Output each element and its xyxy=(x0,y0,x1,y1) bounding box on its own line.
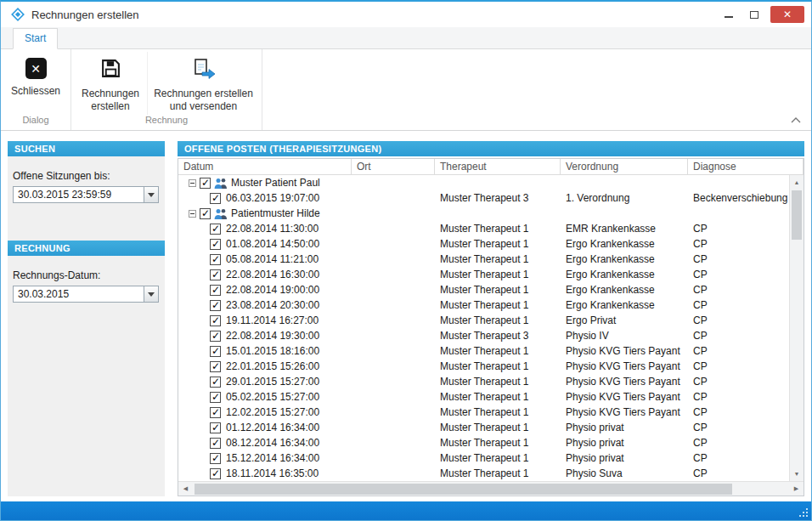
rechnungs-datum-datepicker[interactable]: 30.03.2015 xyxy=(13,286,159,303)
session-datum: 19.11.2014 16:27:00 xyxy=(226,314,319,326)
save-icon xyxy=(100,58,121,82)
ribbon: ✕ Schliessen Dialog Rechnungen erstell xyxy=(1,49,811,131)
patient-group-row[interactable]: Patientmuster Hilde xyxy=(178,206,789,221)
rechnungs-datum-value[interactable]: 30.03.2015 xyxy=(14,286,144,302)
session-diagnose: CP xyxy=(688,236,789,252)
therapy-session-row[interactable]: 22.08.2014 11:30:00 Muster Therapeut 1 E… xyxy=(178,221,789,236)
maximize-button[interactable] xyxy=(742,6,767,23)
session-checkbox[interactable] xyxy=(210,239,221,250)
therapy-session-row[interactable]: 22.08.2014 16:30:00 Muster Therapeut 1 E… xyxy=(178,267,789,282)
vertical-scrollbar-thumb[interactable] xyxy=(792,190,802,240)
patient-group-row[interactable]: Muster Patient Paul xyxy=(178,175,789,190)
therapy-session-row[interactable]: 15.12.2014 16:34:00 Muster Therapeut 1 P… xyxy=(178,450,789,466)
close-button[interactable]: ✕ xyxy=(770,6,804,23)
session-ort xyxy=(352,236,435,252)
chevron-down-icon xyxy=(148,292,155,300)
window-title: Rechnungen erstellen xyxy=(31,8,716,21)
close-icon: ✕ xyxy=(783,8,792,20)
therapy-session-row[interactable]: 05.08.2014 11:21:00 Muster Therapeut 1 E… xyxy=(178,252,789,267)
group-checkbox[interactable] xyxy=(200,208,211,219)
offene-sitzungen-dropdown-button[interactable] xyxy=(144,187,158,202)
therapy-session-row[interactable]: 23.08.2014 20:30:00 Muster Therapeut 1 E… xyxy=(178,297,789,313)
therapy-session-row[interactable]: 22.01.2015 15:26:00 Muster Therapeut 1 P… xyxy=(178,359,789,374)
minimize-button[interactable] xyxy=(716,6,742,23)
rechnungs-datum-dropdown-button[interactable] xyxy=(144,286,158,302)
session-checkbox[interactable] xyxy=(210,346,221,357)
group-checkbox[interactable] xyxy=(200,178,211,189)
therapy-session-row[interactable]: 18.11.2014 16:35:00 Muster Therapeut 1 P… xyxy=(178,466,789,481)
session-checkbox[interactable] xyxy=(210,300,221,311)
session-checkbox[interactable] xyxy=(210,224,221,235)
session-checkbox[interactable] xyxy=(210,438,221,449)
horizontal-scrollbar[interactable]: ◀ ▶ xyxy=(178,481,804,496)
session-verordnung: Ergo Krankenkasse xyxy=(561,267,688,282)
session-checkbox[interactable] xyxy=(210,285,221,296)
therapy-session-row[interactable]: 12.02.2015 15:27:00 Muster Therapeut 1 P… xyxy=(178,405,789,420)
offene-sitzungen-label: Offene Sitzungen bis: xyxy=(13,170,160,182)
therapy-session-row[interactable]: 01.12.2014 16:34:00 Muster Therapeut 1 P… xyxy=(178,420,789,435)
therapy-session-row[interactable]: 22.08.2014 19:00:00 Muster Therapeut 1 E… xyxy=(178,282,789,297)
session-checkbox[interactable] xyxy=(210,468,221,479)
scroll-right-button[interactable]: ▶ xyxy=(789,482,804,496)
column-header-diagnose[interactable]: Diagnose xyxy=(688,159,804,174)
session-therapeut: Muster Therapeut 1 xyxy=(435,435,561,450)
session-datum: 05.08.2014 11:21:00 xyxy=(226,253,319,265)
scroll-down-button[interactable]: ▼ xyxy=(790,467,804,481)
collapse-expander-icon[interactable] xyxy=(189,179,196,187)
session-diagnose: CP xyxy=(688,405,789,420)
session-checkbox[interactable] xyxy=(210,193,221,204)
schliessen-button[interactable]: ✕ Schliessen xyxy=(3,52,68,115)
minimize-icon xyxy=(725,16,733,18)
session-checkbox[interactable] xyxy=(210,392,221,403)
scroll-up-button[interactable]: ▲ xyxy=(790,175,804,190)
rechnungen-erstellen-versenden-button[interactable]: Rechnungen erstellen und versenden xyxy=(147,52,259,115)
column-header-datum[interactable]: Datum xyxy=(178,159,352,174)
ribbon-collapse-button[interactable] xyxy=(791,117,801,123)
session-checkbox[interactable] xyxy=(210,407,221,418)
session-checkbox[interactable] xyxy=(210,315,221,326)
therapy-session-row[interactable]: 15.01.2015 18:16:00 Muster Therapeut 1 P… xyxy=(178,343,789,359)
horizontal-scrollbar-thumb[interactable] xyxy=(195,484,732,495)
session-ort xyxy=(352,328,435,343)
therapy-session-row[interactable]: 05.02.2015 15:27:00 Muster Therapeut 1 P… xyxy=(178,389,789,405)
session-verordnung: Physio KVG Tiers Payant xyxy=(561,389,688,405)
resize-grip[interactable] xyxy=(798,507,809,518)
scroll-left-button[interactable]: ◀ xyxy=(178,482,193,496)
therapy-session-row[interactable]: 01.08.2014 14:50:00 Muster Therapeut 1 E… xyxy=(178,236,789,252)
session-verordnung: 1. Verordnung xyxy=(561,190,688,206)
session-ort xyxy=(352,389,435,405)
tab-start[interactable]: Start xyxy=(13,28,58,49)
session-checkbox[interactable] xyxy=(210,331,221,342)
session-checkbox[interactable] xyxy=(210,254,221,265)
session-verordnung: EMR Krankenkasse xyxy=(561,221,688,236)
therapy-session-row[interactable]: 29.01.2015 15:27:00 Muster Therapeut 1 P… xyxy=(178,374,789,389)
therapy-session-row[interactable]: 06.03.2015 19:07:00 Muster Therapeut 3 1… xyxy=(178,190,789,206)
session-checkbox[interactable] xyxy=(210,361,221,372)
vertical-scrollbar[interactable]: ▲ ▼ xyxy=(789,175,804,481)
collapse-expander-icon[interactable] xyxy=(189,210,196,218)
patient-icon xyxy=(214,178,228,189)
session-checkbox[interactable] xyxy=(210,269,221,280)
column-header-verordnung[interactable]: Verordnung xyxy=(561,159,688,174)
grid-rows: Muster Patient Paul 06.03.2015 19:07:00 … xyxy=(178,175,789,481)
therapy-session-row[interactable]: 19.11.2014 16:27:00 Muster Therapeut 1 E… xyxy=(178,313,789,328)
therapy-session-row[interactable]: 08.12.2014 16:34:00 Muster Therapeut 1 P… xyxy=(178,435,789,450)
main-panel: OFFENE POSTEN (THERAPIESITZUNGEN) DatumO… xyxy=(178,141,804,496)
session-diagnose: CP xyxy=(688,297,789,313)
rechnungen-erstellen-button[interactable]: Rechnungen erstellen xyxy=(74,52,147,115)
offene-sitzungen-datepicker[interactable]: 30.03.2015 23:59:59 xyxy=(13,186,159,203)
session-verordnung: Physio IV xyxy=(561,328,688,343)
session-therapeut: Muster Therapeut 1 xyxy=(435,466,561,481)
session-therapeut: Muster Therapeut 1 xyxy=(435,282,561,297)
session-checkbox[interactable] xyxy=(210,422,221,433)
session-checkbox[interactable] xyxy=(210,377,221,388)
column-header-therapeut[interactable]: Therapeut xyxy=(435,159,561,174)
therapy-session-row[interactable]: 22.08.2014 19:30:00 Muster Therapeut 3 P… xyxy=(178,328,789,343)
session-diagnose: CP xyxy=(688,435,789,450)
session-therapeut: Muster Therapeut 1 xyxy=(435,359,561,374)
session-therapeut: Muster Therapeut 1 xyxy=(435,267,561,282)
column-header-ort[interactable]: Ort xyxy=(352,159,435,174)
offene-sitzungen-value[interactable]: 30.03.2015 23:59:59 xyxy=(14,187,144,202)
session-checkbox[interactable] xyxy=(210,453,221,464)
maximize-icon xyxy=(750,11,758,19)
